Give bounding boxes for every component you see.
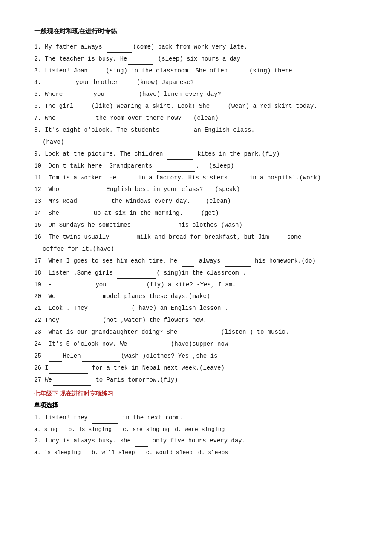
question-15: 15. On Sundays he sometimes his clothes.… <box>34 220 358 231</box>
blank-1 <box>107 52 132 53</box>
question-23: 23.-What is our granddaughter doing?-She… <box>34 327 358 338</box>
blank-17a <box>182 266 194 267</box>
question-8-hint: (have) <box>34 137 358 148</box>
blank-3a <box>92 76 105 76</box>
question-6: 6. The girl (like) wearing a skirt. Look… <box>34 101 358 112</box>
section2-title: 七年级下 现在进行时专项练习 <box>34 388 358 399</box>
question-22: 22.They (not ,water) the flowers now. <box>34 315 358 326</box>
blank-5a <box>63 100 89 100</box>
question-16: 16. The twins usuallymilk and bread for … <box>34 232 358 243</box>
blank-8 <box>164 136 189 136</box>
blank-26 <box>49 373 88 374</box>
question-8: 8. It's eight o'clock. The students an E… <box>34 125 358 136</box>
question-27: 27.We to Paris tomorrow.(fly) <box>34 375 358 386</box>
blank-18 <box>117 278 156 279</box>
blank-10 <box>157 171 195 172</box>
blank-7 <box>56 124 95 124</box>
blank-19a <box>53 290 91 290</box>
blank-3b <box>232 76 245 76</box>
blank-4b <box>123 88 136 88</box>
blank-14 <box>63 219 89 219</box>
blank-25a <box>49 361 62 362</box>
question-4: 4. your brother (know) Japanese? <box>34 77 358 88</box>
blank-21 <box>92 314 130 314</box>
blank-9 <box>167 159 193 160</box>
question-19: 19. - you(fly) a kite? -Yes, I am. <box>34 280 358 291</box>
question-9: 9. Look at the picture. The children kit… <box>34 149 358 160</box>
blank-6b <box>214 112 227 112</box>
blank-27 <box>53 385 91 386</box>
section2-sub: 单项选择 <box>34 400 358 411</box>
blank-5b <box>109 100 134 100</box>
question-3: 3. Listen! Joan (sing) in the classroom.… <box>34 66 358 77</box>
blank-13 <box>81 207 107 207</box>
blank-2 <box>128 64 153 65</box>
blank-mc2 <box>135 446 148 447</box>
main-title: 一般现在时和现在进行时专练 <box>34 26 358 38</box>
blank-mc1 <box>92 423 118 424</box>
blank-12 <box>63 195 102 195</box>
blank-17b <box>225 266 251 267</box>
question-26: 26.I for a trek in Nepal next week.(leav… <box>34 363 358 374</box>
blank-24 <box>132 350 170 350</box>
blank-16b <box>274 243 286 243</box>
blank-11a <box>121 183 134 183</box>
blank-20 <box>60 302 98 302</box>
question-25: 25.-Helen(wash )clothes?-Yes ,she is <box>34 351 358 362</box>
question-10: 10. Don't talk here. Grandparents . (sle… <box>34 161 358 172</box>
blank-25b <box>82 361 120 362</box>
blank-16a <box>110 243 135 243</box>
question-16-cont: coffee for it.(have) <box>34 244 358 255</box>
question-18: 18. Listen .Some girls ( sing)in the cla… <box>34 268 358 279</box>
question-2: 2. The teacher is busy. He (sleep) six h… <box>34 54 358 65</box>
question-20: 20. We model planes these days.(make) <box>34 291 358 302</box>
blank-11b <box>232 183 245 183</box>
question-7: 7. Whothe room over there now? (clean) <box>34 113 358 124</box>
question-17: 17. When I goes to see him each time, he… <box>34 256 358 267</box>
blank-6a <box>78 112 91 112</box>
mc-option-2: a. is sleeping b. will sleep c. would sl… <box>34 448 358 458</box>
question-13: 13. Mrs Read the windows every day. (cle… <box>34 196 358 207</box>
question-21: 21. Look . They ( have) an English lesso… <box>34 303 358 314</box>
question-12: 12. Who English best in your class? (spe… <box>34 184 358 195</box>
question-14: 14. She up at six in the morning. (get) <box>34 208 358 219</box>
question-24: 24. It's 5 o'clock now. We (have)supper … <box>34 339 358 350</box>
page-content: 一般现在时和现在进行时专练 1. My father always (come)… <box>34 26 358 458</box>
mc-option-1: a. sing b. is singing c. are singing d. … <box>34 425 358 435</box>
mc-question-2: 2. lucy is always busy. she only five ho… <box>34 436 358 447</box>
question-11: 11. Tom is a worker. He in a factory. Hi… <box>34 173 358 184</box>
blank-15 <box>135 231 173 231</box>
mc-question-1: 1. listen! they in the next room. <box>34 413 358 424</box>
blank-22 <box>63 326 102 326</box>
blank-4a <box>46 88 71 88</box>
question-5: 5. Where you (have) lunch every day? <box>34 89 358 100</box>
blank-19b <box>107 290 146 290</box>
question-1: 1. My father always (come) back from wor… <box>34 42 358 53</box>
blank-23 <box>182 338 220 338</box>
